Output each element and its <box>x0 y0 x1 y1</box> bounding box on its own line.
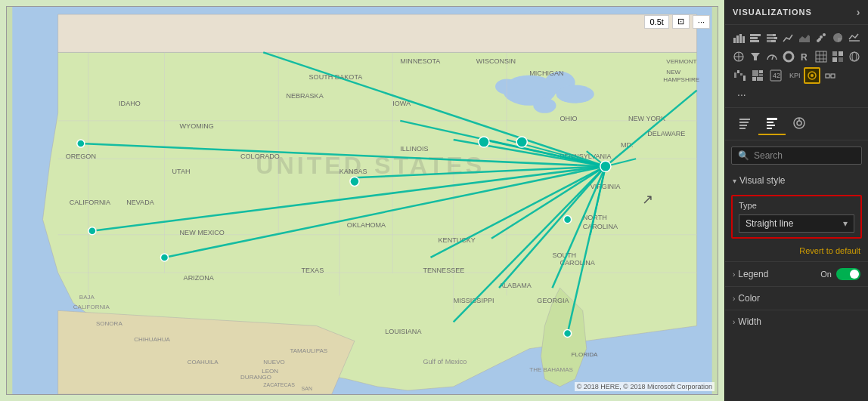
legend-left: › Legend <box>733 269 768 279</box>
visualizations-panel: VISUALIZATIONS › <box>724 0 868 401</box>
svg-rect-111 <box>771 40 776 42</box>
area-chart-icon[interactable] <box>798 29 813 46</box>
revert-link[interactable]: Revert to default <box>725 243 868 261</box>
svg-rect-106 <box>767 34 773 36</box>
kpi-icon[interactable]: KPI <box>786 67 802 84</box>
scatter-icon[interactable] <box>814 29 829 46</box>
format-tab[interactable] <box>758 113 786 135</box>
svg-point-116 <box>818 38 821 41</box>
svg-rect-108 <box>767 37 774 39</box>
fields-tab[interactable] <box>731 113 758 135</box>
legend-right: On <box>820 268 860 280</box>
more-chart-icon[interactable] <box>847 29 862 46</box>
search-bar[interactable]: 🔍 <box>731 147 862 165</box>
svg-text:MICHIGAN: MICHIGAN <box>529 69 563 77</box>
width-row[interactable]: › Width <box>725 310 868 333</box>
custom-icon[interactable] <box>822 67 839 84</box>
more-button[interactable]: ··· <box>693 15 710 29</box>
visual-style-header[interactable]: ▾ Visual style <box>725 171 868 190</box>
svg-text:R: R <box>801 52 808 63</box>
svg-point-95 <box>88 227 96 235</box>
svg-text:Gulf of Mexico: Gulf of Mexico <box>423 358 467 366</box>
stacked-bar-icon[interactable] <box>764 29 780 46</box>
svg-text:NEBRASKA: NEBRASKA <box>286 92 324 100</box>
search-input[interactable] <box>754 150 867 161</box>
gauge-icon[interactable] <box>764 48 780 65</box>
svg-text:UTAH: UTAH <box>172 168 191 175</box>
sub-tabs <box>725 108 868 140</box>
panel-expand-icon[interactable]: › <box>857 6 860 18</box>
analytics-tab[interactable] <box>786 113 813 135</box>
svg-point-162 <box>797 121 801 125</box>
svg-rect-151 <box>831 74 835 78</box>
map-icon[interactable] <box>731 48 746 65</box>
svg-rect-136 <box>734 72 736 78</box>
svg-rect-102 <box>742 36 745 43</box>
type-label: Type <box>739 201 854 210</box>
fit-button[interactable]: ⊡ <box>672 14 690 29</box>
globe-icon[interactable] <box>847 48 862 65</box>
icon-row-2: R <box>731 48 862 65</box>
svg-point-91 <box>516 137 527 147</box>
column-chart-icon[interactable] <box>748 29 763 46</box>
svg-rect-143 <box>752 77 756 81</box>
svg-text:WISCONSIN: WISCONSIN <box>476 57 516 65</box>
svg-point-93 <box>350 177 359 186</box>
donut-icon[interactable] <box>781 48 796 65</box>
more-dots[interactable]: ··· <box>731 85 752 103</box>
svg-rect-144 <box>757 77 763 81</box>
waterfall-icon[interactable] <box>731 67 748 84</box>
svg-text:COAHUILA: COAHUILA <box>188 359 219 366</box>
search-icon: 🔍 <box>738 150 749 161</box>
table-grid-icon[interactable] <box>814 48 829 65</box>
zoom-value[interactable]: 0.5t <box>644 15 668 29</box>
number-card-icon[interactable]: 42 <box>767 67 784 84</box>
svg-rect-156 <box>739 128 746 129</box>
svg-text:SONORA: SONORA <box>96 320 122 327</box>
color-left: › Color <box>733 293 760 304</box>
legend-toggle[interactable] <box>836 268 860 280</box>
r-icon[interactable]: R <box>798 48 813 65</box>
svg-text:THE BAHAMAS: THE BAHAMAS <box>529 366 573 373</box>
funnel-icon[interactable] <box>748 48 763 65</box>
type-dropdown[interactable]: Straight line ▾ <box>739 214 854 233</box>
svg-text:DELAWARE: DELAWARE <box>647 130 685 137</box>
svg-text:FLORIDA: FLORIDA <box>572 351 598 358</box>
line-chart-icon[interactable] <box>781 29 796 46</box>
svg-marker-121 <box>751 53 760 60</box>
svg-line-122 <box>772 55 773 60</box>
svg-text:TENNESSEE: TENNESSEE <box>423 267 464 274</box>
svg-rect-99 <box>733 38 736 43</box>
bar-chart-icon[interactable] <box>731 29 746 46</box>
pie-chart-icon[interactable] <box>830 29 845 46</box>
svg-rect-138 <box>740 73 742 76</box>
svg-text:SOUTH: SOUTH <box>552 251 576 259</box>
color-label: Color <box>738 293 760 304</box>
svg-text:SAN: SAN <box>302 386 312 391</box>
toggle-knob <box>850 270 859 279</box>
color-row[interactable]: › Color <box>725 286 868 310</box>
width-left: › Width <box>733 316 761 327</box>
map-visual-icon[interactable] <box>804 67 820 84</box>
map-container: OREGON IDAHO CALIFORNIA NEVADA UTAH WYOM… <box>0 0 724 401</box>
legend-row[interactable]: › Legend On <box>725 261 868 286</box>
matrix-icon[interactable] <box>830 48 845 65</box>
map-attribution: © 2018 HERE, © 2018 Microsoft Corporatio… <box>575 382 715 391</box>
svg-text:OREGON: OREGON <box>66 153 96 160</box>
svg-text:TEXAS: TEXAS <box>302 267 324 274</box>
svg-text:CAROLINA: CAROLINA <box>583 223 618 230</box>
svg-point-115 <box>823 33 826 36</box>
svg-point-5 <box>556 85 594 103</box>
svg-text:OHIO: OHIO <box>560 115 578 122</box>
visual-style-label: Visual style <box>739 175 785 186</box>
svg-text:BAJA: BAJA <box>79 294 95 301</box>
svg-marker-112 <box>799 35 810 42</box>
treemap-icon[interactable] <box>749 67 766 84</box>
icon-row-1 <box>731 29 862 46</box>
svg-rect-153 <box>739 119 750 120</box>
svg-point-92 <box>479 137 489 147</box>
svg-rect-107 <box>773 34 776 36</box>
type-value: Straight line <box>746 218 793 229</box>
visualization-icons: R <box>725 25 868 108</box>
svg-point-123 <box>784 52 793 61</box>
